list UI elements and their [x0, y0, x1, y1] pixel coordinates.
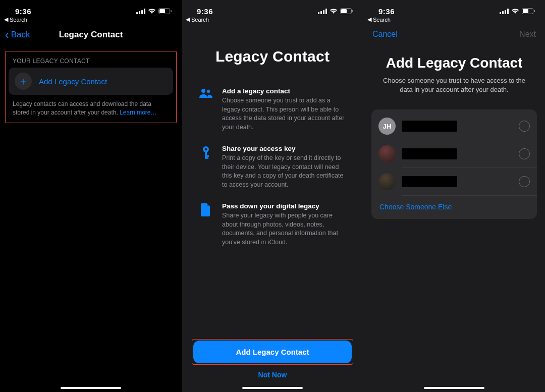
back-button[interactable]: ‹ Back [5, 29, 30, 41]
intro-footer-buttons: Add Legacy Contact Not Now [182, 339, 363, 379]
add-legacy-contact-button[interactable]: Add Legacy Contact [193, 341, 352, 363]
svg-rect-24 [507, 9, 509, 14]
battery-icon [158, 8, 172, 14]
wifi-icon [148, 8, 156, 14]
cellular-signal-icon [136, 9, 145, 14]
contact-name-redacted [402, 176, 457, 187]
wifi-icon [330, 8, 338, 14]
svg-rect-8 [320, 11, 322, 14]
screen-legacy-contact-settings: 9:36 ◀ Search ‹ Back Legacy Contact YOUR… [0, 0, 182, 392]
svg-rect-5 [159, 9, 165, 13]
intro-body: Legacy Contact Add a legacy contact Choo… [182, 48, 363, 247]
status-time: 9:36 [197, 7, 213, 16]
status-icons [318, 8, 353, 14]
breadcrumb-search-label: Search [191, 17, 209, 23]
radio-unselected-icon[interactable] [519, 121, 530, 132]
svg-rect-12 [341, 9, 347, 13]
chevron-left-icon: ◀ [4, 16, 8, 23]
breadcrumb-search-label: Search [373, 17, 391, 23]
status-icons [500, 8, 535, 14]
svg-rect-0 [136, 12, 138, 14]
contact-row[interactable] [371, 140, 537, 167]
status-time: 9:36 [378, 7, 395, 16]
svg-rect-3 [144, 9, 145, 14]
contact-row[interactable]: JH [371, 113, 537, 140]
svg-rect-19 [207, 155, 209, 157]
avatar [378, 173, 396, 190]
intro-item-desc: Share your legacy with people you care a… [222, 211, 346, 247]
svg-rect-26 [523, 9, 528, 13]
legacy-contact-section-highlighted: YOUR LEGACY CONTACT ＋ Add Legacy Contact… [5, 51, 177, 123]
intro-item-desc: Print a copy of the key or send it direc… [222, 154, 346, 189]
svg-point-15 [207, 90, 210, 93]
breadcrumb-search-label: Search [10, 17, 27, 23]
svg-rect-2 [141, 10, 143, 14]
svg-point-14 [201, 89, 205, 93]
modal-nav-bar: Cancel Next [363, 25, 545, 39]
add-legacy-contact-row[interactable]: ＋ Add Legacy Contact [9, 68, 173, 95]
choose-someone-else-button[interactable]: Choose Someone Else [371, 196, 537, 216]
svg-rect-27 [534, 10, 535, 12]
page-title: Legacy Contact [199, 48, 346, 65]
intro-item-share-key: Share your access key Print a copy of th… [199, 145, 346, 189]
svg-rect-1 [139, 11, 140, 14]
svg-rect-18 [205, 152, 207, 159]
home-indicator[interactable] [61, 387, 121, 389]
avatar: JH [378, 118, 396, 135]
add-legacy-contact-label: Add Legacy Contact [39, 77, 107, 86]
intro-item-add-contact: Add a legacy contact Choose someone you … [199, 87, 346, 132]
intro-item-title: Add a legacy contact [222, 87, 346, 95]
svg-rect-22 [502, 11, 504, 14]
screen-legacy-contact-intro: 9:36 ◀ Search Legacy Contact Add a legac… [182, 0, 363, 392]
cellular-signal-icon [318, 9, 327, 14]
svg-rect-23 [505, 10, 506, 14]
intro-item-desc: Choose someone you trust to add as a leg… [222, 96, 346, 132]
wifi-icon [511, 8, 519, 14]
cancel-button[interactable]: Cancel [372, 30, 398, 39]
intro-item-title: Pass down your digital legacy [222, 202, 346, 210]
intro-item-pass-down: Pass down your digital legacy Share your… [199, 202, 346, 247]
svg-rect-6 [171, 10, 172, 12]
radio-unselected-icon[interactable] [519, 148, 530, 159]
breadcrumb-search[interactable]: ◀ Search [0, 16, 182, 23]
section-header: YOUR LEGACY CONTACT [6, 51, 176, 68]
svg-rect-9 [323, 10, 324, 14]
section-footer: Legacy contacts can access and download … [6, 95, 176, 120]
svg-rect-13 [352, 10, 353, 12]
chevron-left-icon: ‹ [5, 29, 9, 41]
battery-icon [522, 8, 535, 14]
svg-rect-7 [318, 12, 319, 14]
learn-more-link[interactable]: Learn more… [120, 109, 156, 116]
screen-add-legacy-contact-picker: 9:36 ◀ Search Cancel Next Add Legacy Con… [363, 0, 545, 392]
contacts-card: JH Choose Someone Else [371, 109, 537, 219]
key-icon [199, 145, 213, 189]
primary-button-highlighted: Add Legacy Contact [192, 339, 353, 365]
cellular-signal-icon [500, 9, 509, 14]
contact-row[interactable] [371, 168, 537, 195]
contact-name-redacted [402, 148, 457, 159]
svg-point-17 [205, 148, 207, 151]
breadcrumb-search[interactable]: ◀ Search [182, 16, 363, 23]
document-icon [199, 202, 213, 247]
status-icons [136, 8, 172, 14]
avatar [378, 145, 396, 162]
intro-item-title: Share your access key [222, 145, 346, 152]
next-button-disabled[interactable]: Next [519, 30, 536, 39]
people-icon [199, 87, 213, 132]
svg-rect-21 [500, 12, 501, 14]
page-title: Add Legacy Contact [363, 55, 545, 71]
not-now-button[interactable]: Not Now [192, 371, 353, 379]
nav-bar: ‹ Back Legacy Contact [0, 25, 182, 45]
chevron-left-icon: ◀ [186, 16, 190, 23]
svg-rect-10 [325, 9, 327, 14]
status-time: 9:36 [15, 7, 31, 16]
chevron-left-icon: ◀ [367, 16, 371, 23]
plus-circle-icon: ＋ [15, 73, 32, 90]
radio-unselected-icon[interactable] [519, 176, 530, 187]
breadcrumb-search[interactable]: ◀ Search [363, 16, 545, 23]
svg-rect-20 [207, 157, 208, 159]
contact-name-redacted [402, 121, 457, 132]
home-indicator[interactable] [242, 387, 303, 389]
home-indicator[interactable] [424, 387, 484, 389]
back-label: Back [11, 30, 30, 40]
